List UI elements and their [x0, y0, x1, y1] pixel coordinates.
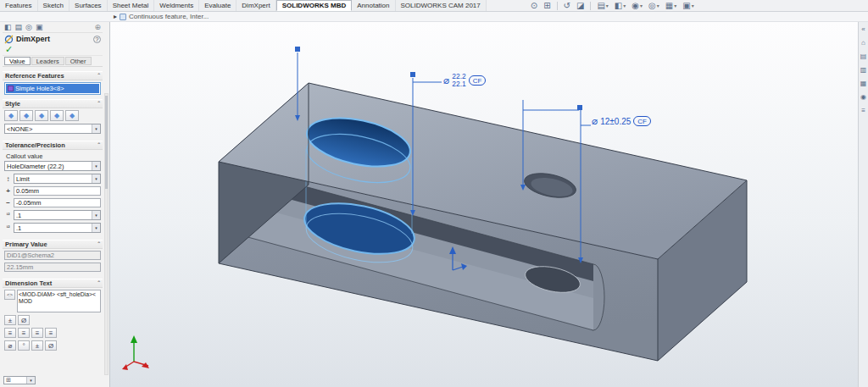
style-add-icon[interactable]: ◆ — [19, 110, 33, 121]
panel-scrollbar[interactable] — [104, 93, 108, 375]
dropdown-arrow-icon[interactable]: ▾ — [26, 377, 35, 384]
tab-annotation[interactable]: Annotation — [352, 0, 395, 11]
dropdown-arrow-icon[interactable]: ▾ — [92, 224, 100, 232]
help-icon[interactable]: ? — [93, 36, 101, 43]
panel-tabs: Value Leaders Other — [3, 55, 103, 67]
min-variation-field[interactable]: -0.05mm — [14, 198, 101, 207]
tolerance-precision-dropdown[interactable]: .1 ▾ — [14, 223, 101, 233]
tab-solidworks-cam[interactable]: SOLIDWORKS CAM 2017 — [396, 0, 487, 11]
tab-sketch[interactable]: Sketch — [38, 0, 70, 11]
dimension-name-field[interactable]: DiD1@Schema2 — [4, 251, 101, 260]
flyout-arrow-icon[interactable]: ▸ — [114, 13, 117, 20]
tab-solidworks-mbd[interactable]: SOLIDWORKS MBD — [276, 0, 353, 11]
zoom-fit-icon[interactable]: ⊙ — [529, 1, 539, 11]
section-view-icon[interactable]: ◪ — [575, 1, 586, 11]
tolerance-type-dropdown[interactable]: Limit ▾ — [14, 174, 101, 184]
style-update-icon[interactable]: ◆ — [35, 110, 48, 121]
configuration-manager-tab-icon[interactable]: ◎ — [25, 23, 32, 31]
view-orientation-icon[interactable]: ▤▾ — [595, 1, 609, 11]
add-diameter-button[interactable]: Ø — [18, 315, 30, 325]
resources-icon[interactable]: ⌂ — [861, 39, 865, 47]
dropdown-arrow-icon[interactable]: ▾ — [92, 162, 100, 170]
tab-sheet-metal[interactable]: Sheet Metal — [108, 0, 155, 11]
custom-properties-icon[interactable]: ≡ — [861, 107, 865, 114]
view-palette-icon[interactable]: ▦ — [860, 80, 867, 87]
appearances-icon[interactable]: ◉ — [860, 93, 866, 101]
pushpin-icon[interactable]: ⊕ — [94, 23, 101, 31]
symbol-more-button[interactable]: Ø — [45, 340, 57, 351]
reference-features-listbox[interactable]: Simple Hole3<8> — [4, 82, 101, 95]
callout-value-dropdown[interactable]: HoleDiameter (22.2) ▾ — [4, 161, 101, 171]
limit-dimension-callout[interactable]: ⌀ 22.2 22.1 CF — [443, 73, 486, 88]
breadcrumb[interactable]: ▸ Continuous feature, Inter... — [114, 13, 209, 20]
style-load-icon[interactable]: ◆ — [65, 110, 79, 121]
list-item-selected[interactable]: Simple Hole3<8> — [6, 84, 99, 93]
edit-appearance-icon[interactable]: ◎▾ — [647, 1, 661, 11]
style-apply-default-icon[interactable]: ◆ — [4, 110, 18, 121]
section-dimension-text[interactable]: Dimension Text ˆ — [3, 279, 103, 288]
section-reference-features[interactable]: Reference Features ˆ — [3, 71, 103, 80]
file-explorer-icon[interactable]: ▥ — [860, 66, 867, 74]
justify-full-button[interactable]: ≡ — [45, 328, 57, 338]
previous-view-icon[interactable]: ↺ — [562, 1, 572, 11]
tolerance-dimension-callout[interactable]: ⌀ 12±0.25 CF — [592, 116, 651, 126]
tab-evaluate[interactable]: Evaluate — [199, 0, 236, 11]
view-settings-icon[interactable]: ▣▾ — [681, 1, 695, 11]
apply-scene-icon[interactable]: ▦▾ — [664, 1, 678, 11]
add-plusminus-button[interactable]: ± — [4, 315, 16, 325]
feature-manager-tab-icon[interactable]: ◧ — [4, 23, 12, 31]
chevron-up-icon[interactable]: ˆ — [97, 141, 100, 149]
filter-icon: ⊞ — [6, 377, 11, 384]
chevron-up-icon[interactable]: ˆ — [97, 72, 100, 80]
justify-left-button[interactable]: ≡ — [4, 328, 16, 338]
diameter-symbol: ⌀ — [592, 116, 598, 126]
toolbar-divider — [590, 2, 591, 10]
chevron-up-icon[interactable]: ˆ — [97, 240, 100, 248]
symbol-plusminus-button[interactable]: ± — [31, 340, 43, 351]
section-tolerance-precision[interactable]: Tolerance/Precision ˆ — [3, 141, 103, 150]
primary-value-field[interactable]: 22.15mm — [4, 263, 101, 272]
tab-weldments[interactable]: Weldments — [154, 0, 199, 11]
tolerance-precision-value: .1 — [16, 224, 92, 232]
collapse-pane-icon[interactable]: « — [861, 25, 865, 33]
unit-precision-dropdown[interactable]: .1 ▾ — [14, 210, 101, 220]
dimension-text-buttons-row1: ± Ø — [4, 315, 101, 325]
dimxpert-manager-tab-icon[interactable]: ▣ — [36, 23, 43, 31]
panel-filter-dropdown[interactable]: ⊞ ▾ — [3, 376, 36, 384]
chevron-up-icon[interactable]: ˆ — [97, 100, 100, 108]
section-label: Reference Features — [5, 72, 64, 80]
style-save-icon[interactable]: ◆ — [50, 110, 64, 121]
display-style-icon[interactable]: ◧▾ — [613, 1, 627, 11]
dropdown-arrow-icon[interactable]: ▾ — [92, 174, 100, 183]
continuous-feature-badge[interactable]: CF — [469, 75, 487, 86]
justify-center-button[interactable]: ≡ — [18, 328, 30, 338]
tab-leaders[interactable]: Leaders — [31, 57, 64, 65]
ok-check-icon[interactable]: ✓ — [3, 45, 103, 55]
dimension-text-variables-icon[interactable]: <> — [4, 290, 15, 300]
tab-dimxpert[interactable]: DimXpert — [236, 0, 275, 11]
justify-right-button[interactable]: ≡ — [31, 328, 43, 338]
tab-surfaces[interactable]: Surfaces — [70, 0, 108, 11]
chevron-up-icon[interactable]: ˆ — [97, 279, 100, 287]
tab-features[interactable]: Features — [0, 0, 38, 11]
symbol-degree-button[interactable]: ° — [18, 340, 30, 351]
section-primary-value[interactable]: Primary Value ˆ — [3, 240, 103, 249]
dimension-text-area[interactable]: <MOD-DIAM> <sft_holeDia><MOD — [17, 290, 101, 312]
graphics-viewport[interactable]: ⌀ 22.2 22.1 CF ⌀ 12±0.25 CF — [110, 22, 858, 387]
tab-value[interactable]: Value — [4, 57, 31, 65]
continuous-feature-badge[interactable]: CF — [633, 116, 651, 126]
design-library-icon[interactable]: ▤ — [860, 53, 867, 60]
scrollbar-thumb[interactable] — [105, 96, 108, 189]
style-dropdown[interactable]: <NONE> ▾ — [4, 124, 101, 134]
caret-down-icon: ▾ — [692, 3, 694, 8]
section-style[interactable]: Style ˆ — [3, 99, 103, 108]
callout-value-label: Callout value — [6, 152, 101, 160]
dropdown-arrow-icon[interactable]: ▾ — [92, 124, 100, 133]
zoom-area-icon[interactable]: ⊞ — [542, 1, 552, 11]
property-manager-tab-icon[interactable]: ▤ — [15, 23, 23, 31]
symbol-diameter-button[interactable]: ⌀ — [4, 340, 16, 351]
tab-other[interactable]: Other — [65, 57, 92, 65]
max-variation-field[interactable]: 0.05mm — [14, 186, 101, 196]
dropdown-arrow-icon[interactable]: ▾ — [92, 211, 100, 219]
hide-show-items-icon[interactable]: ◉▾ — [630, 1, 644, 11]
